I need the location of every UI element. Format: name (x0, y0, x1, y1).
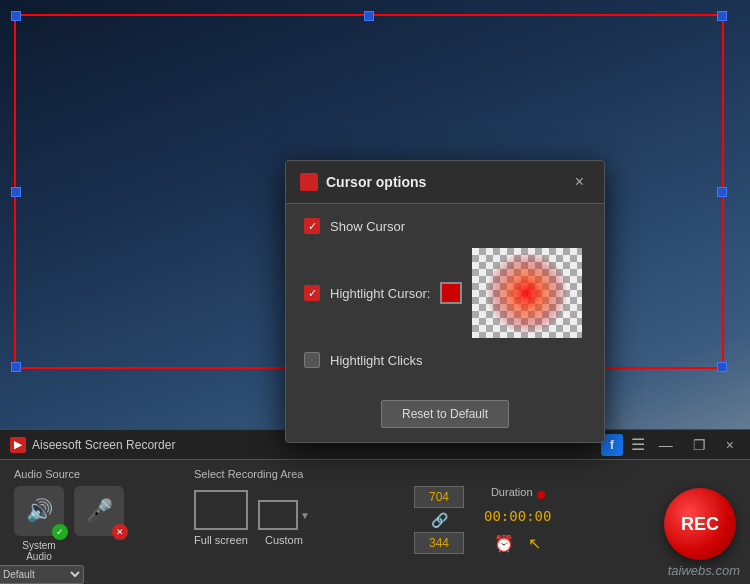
show-cursor-row: ✓ Show Cursor (304, 218, 586, 234)
mic-icon-wrap[interactable]: 🎤 ✕ (74, 486, 124, 536)
handle-middle-left[interactable] (11, 187, 21, 197)
dialog-title: Cursor options (326, 174, 426, 190)
handle-bottom-left[interactable] (11, 362, 21, 372)
reset-to-default-button[interactable]: Reset to Default (381, 400, 509, 428)
audio-labels: System Audio Default (14, 540, 174, 584)
handle-bottom-right[interactable] (717, 362, 727, 372)
cursor-preview (472, 248, 582, 338)
microphone-icon: 🎤 (86, 498, 113, 524)
app-icon: ▶ (10, 437, 26, 453)
duration-time: 00:00:00 (484, 508, 551, 524)
dialog-icon (300, 173, 318, 191)
audio-icons: 🔊 ✓ 🎤 ✕ (14, 486, 174, 536)
handle-middle-right[interactable] (717, 187, 727, 197)
audio-source-label: Audio Source (14, 468, 174, 480)
duration-label: Duration (491, 486, 533, 498)
watermark: taiwebs.com (668, 563, 740, 578)
custom-box[interactable] (258, 500, 298, 530)
fullscreen-box[interactable] (194, 490, 248, 530)
custom-wrap: ▼ (258, 500, 310, 530)
system-audio-label-item: System Audio Default (14, 540, 64, 584)
highlight-clicks-row: Hightlight Clicks (304, 352, 586, 368)
dialog-title-wrap: Cursor options (300, 173, 426, 191)
system-audio-icon-wrap[interactable]: 🔊 ✓ (14, 486, 64, 536)
cursor-options-dialog: Cursor options × ✓ Show Cursor ✓ Hightli… (285, 160, 605, 443)
minimize-button[interactable]: — (653, 435, 679, 455)
fullscreen-option: Full screen (194, 490, 248, 546)
rec-area-options: Full screen ▼ Custom (194, 490, 394, 546)
handle-top-right[interactable] (717, 11, 727, 21)
toolbar-title: ▶ Aiseesoft Screen Recorder (10, 437, 175, 453)
bottom-icons: ⏰ ↖ (494, 534, 541, 553)
highlight-cursor-label: Hightlight Cursor: (330, 286, 430, 301)
duration-dot (537, 491, 545, 499)
link-dimensions-icon[interactable]: 🔗 (414, 512, 464, 528)
handle-top-middle[interactable] (364, 11, 374, 21)
show-cursor-label: Show Cursor (330, 219, 405, 234)
fullscreen-label: Full screen (194, 534, 248, 546)
cursor-icon[interactable]: ↖ (528, 534, 541, 553)
rec-label: REC (681, 514, 719, 535)
toolbar-window-controls: f ☰ — ❐ × (601, 434, 740, 456)
duration-header: Duration (491, 486, 545, 504)
system-audio-icon: 🔊 (26, 498, 53, 524)
highlight-clicks-label: Hightlight Clicks (330, 353, 422, 368)
highlight-cursor-row: ✓ Hightlight Cursor: (304, 248, 586, 338)
toolbar-title-text: Aiseesoft Screen Recorder (32, 438, 175, 452)
highlight-cursor-checkbox[interactable]: ✓ (304, 285, 320, 301)
close-button[interactable]: × (720, 435, 740, 455)
show-cursor-checkbox[interactable]: ✓ (304, 218, 320, 234)
recording-area-section: Select Recording Area Full screen ▼ Cust… (194, 468, 394, 546)
toolbar: ▶ Aiseesoft Screen Recorder f ☰ — ❐ × Au… (0, 429, 750, 584)
rec-button[interactable]: REC (664, 488, 736, 560)
highlight-clicks-checkbox[interactable] (304, 352, 320, 368)
audio-source-section: Audio Source 🔊 ✓ 🎤 ✕ System Audio Defaul… (14, 468, 174, 584)
width-input[interactable] (414, 486, 464, 508)
toolbar-body: Audio Source 🔊 ✓ 🎤 ✕ System Audio Defaul… (0, 460, 750, 584)
system-audio-check-badge: ✓ (52, 524, 68, 540)
highlight-color-swatch[interactable] (440, 282, 462, 304)
dialog-body: ✓ Show Cursor ✓ Hightlight Cursor: Hight… (286, 204, 604, 396)
cursor-glow (487, 253, 567, 333)
height-input[interactable] (414, 532, 464, 554)
dialog-header: Cursor options × (286, 161, 604, 204)
mic-disabled-badge: ✕ (112, 524, 128, 540)
dialog-close-button[interactable]: × (569, 171, 590, 193)
duration-section: Duration 00:00:00 ⏰ ↖ (484, 486, 551, 553)
handle-top-left[interactable] (11, 11, 21, 21)
dimensions-section: 🔗 (414, 486, 464, 554)
share-icon[interactable]: ☰ (631, 435, 645, 454)
custom-label: Custom (265, 534, 303, 546)
select-recording-area-label: Select Recording Area (194, 468, 394, 480)
alarm-icon[interactable]: ⏰ (494, 534, 514, 553)
custom-option: ▼ Custom (258, 500, 310, 546)
custom-dropdown-arrow[interactable]: ▼ (300, 510, 310, 521)
system-audio-text: System Audio (14, 540, 64, 562)
system-audio-select[interactable]: Default (0, 565, 84, 584)
dialog-footer: Reset to Default (286, 396, 604, 428)
maximize-button[interactable]: ❐ (687, 435, 712, 455)
